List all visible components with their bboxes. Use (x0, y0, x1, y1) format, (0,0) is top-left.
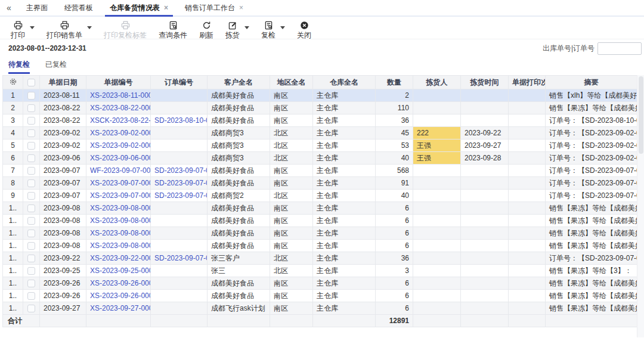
order-no-link[interactable] (151, 240, 208, 252)
order-no-link[interactable]: SD-2023-09-07-00005 (151, 252, 208, 265)
doc-no-link[interactable]: XS-2023-08-11-00013 (86, 89, 151, 102)
table-row[interactable]: 1.. 2023-09-08 XS-2023-09-08-00025 成都美好食… (3, 215, 637, 227)
table-row[interactable]: 8 2023-09-07 XS-2023-09-07-00022 SD-2023… (3, 177, 637, 190)
dropdown-caret-icon[interactable] (244, 26, 249, 29)
row-checkbox[interactable] (27, 104, 35, 112)
column-header[interactable]: 拣货时间 (461, 76, 509, 89)
view-tab-rechecked[interactable]: 已复检 (45, 60, 67, 74)
table-row[interactable]: 5 2023-09-02 XS-2023-09-02-00017 成都商贸3 北… (3, 140, 637, 152)
row-checkbox[interactable] (27, 217, 35, 225)
row-checkbox[interactable] (27, 204, 35, 212)
row-checkbox[interactable] (27, 292, 35, 300)
order-no-link[interactable] (151, 215, 208, 227)
order-no-link[interactable]: SD-2023-09-07-00017 (151, 177, 208, 190)
column-header[interactable]: 摘要 (546, 76, 637, 89)
gear-icon[interactable] (9, 78, 17, 86)
print-button[interactable]: 打印 (7, 20, 38, 41)
column-header[interactable]: 数量 (376, 76, 413, 89)
order-no-link[interactable] (151, 302, 208, 315)
column-header[interactable]: 单据编号 (86, 76, 151, 89)
doc-no-link[interactable]: XS-2023-09-25-00031 (86, 265, 151, 277)
order-no-link[interactable] (151, 227, 208, 240)
dropdown-caret-icon[interactable] (87, 26, 92, 29)
row-checkbox[interactable] (27, 92, 35, 100)
table-row[interactable]: 6 2023-09-06 XS-2023-09-06-00018 成都商贸3 北… (3, 152, 637, 165)
order-no-link[interactable] (151, 89, 208, 102)
row-checkbox[interactable] (27, 192, 35, 200)
table-row[interactable]: 4 2023-09-02 XS-2023-09-02-00016 成都商贸3 北… (3, 127, 637, 140)
order-no-link[interactable] (151, 152, 208, 165)
table-row[interactable]: 1 2023-08-11 XS-2023-08-11-00013 成都美好食品 … (3, 89, 637, 102)
print-sales-order-button[interactable]: 打印销售单 (43, 20, 95, 41)
table-row[interactable]: 1.. 2023-09-25 XS-2023-09-25-00031 张三 北区… (3, 265, 637, 277)
column-header[interactable]: 客户全名 (208, 76, 270, 89)
doc-no-link[interactable]: XS-2023-09-07-00023 (86, 190, 151, 202)
tab-close-icon[interactable] (239, 4, 243, 11)
table-row[interactable]: 1.. 2023-09-08 XS-2023-09-08-00027 成都美好食… (3, 240, 637, 252)
table-row[interactable]: 1.. 2023-09-27 XS-2023-09-27-00034 成都飞行a… (3, 302, 637, 315)
column-header[interactable]: 单据打印次数 (509, 76, 546, 89)
view-tab-pending-recheck[interactable]: 待复检 (8, 60, 30, 74)
order-no-link[interactable] (151, 140, 208, 152)
row-checkbox[interactable] (27, 142, 35, 150)
table-row[interactable]: 2 2023-08-22 XS-2023-08-22-00014 成都美好食品 … (3, 102, 637, 114)
dropdown-caret-icon[interactable] (30, 26, 35, 29)
doc-no-link[interactable]: XS-2023-09-27-00034 (86, 302, 151, 315)
dropdown-caret-icon[interactable] (280, 26, 285, 29)
row-checkbox[interactable] (27, 230, 35, 237)
order-no-link[interactable] (151, 202, 208, 215)
scrollbar-thumb[interactable] (639, 76, 643, 154)
doc-no-link[interactable]: XS-2023-09-08-00025 (86, 215, 151, 227)
table-row[interactable]: 1.. 2023-09-08 XS-2023-09-08-00024 成都美好食… (3, 202, 637, 215)
order-no-link[interactable] (151, 277, 208, 290)
tab-main-screen[interactable]: 主界面 (18, 0, 56, 16)
table-row[interactable]: 1.. 2023-09-26 XS-2023-09-26-00032 成都美好食… (3, 277, 637, 290)
tab-business-dashboard[interactable]: 经营看板 (56, 0, 101, 16)
doc-no-link[interactable]: WF-2023-09-07-00003 (86, 165, 151, 177)
doc-no-link[interactable]: XS-2023-09-02-00016 (86, 127, 151, 140)
table-row[interactable]: 1.. 2023-09-08 XS-2023-09-08-00026 成都美好食… (3, 227, 637, 240)
refresh-button[interactable]: 刷新 (196, 20, 217, 41)
doc-no-link[interactable]: XS-2023-09-08-00027 (86, 240, 151, 252)
doc-no-link[interactable]: XSCK-2023-08-22-00001 (86, 114, 151, 127)
column-header[interactable]: 订单编号 (151, 76, 208, 89)
vertical-scrollbar[interactable] (637, 75, 644, 337)
tab-close-icon[interactable] (164, 4, 168, 11)
row-checkbox[interactable] (27, 255, 35, 262)
row-checkbox[interactable] (27, 305, 35, 312)
column-header[interactable]: 地区全名 (270, 76, 313, 89)
query-conditions-button[interactable]: 查询条件 (155, 20, 191, 41)
order-no-link[interactable]: SD-2023-09-07-00009 (151, 165, 208, 177)
order-no-link[interactable] (151, 290, 208, 302)
row-checkbox[interactable] (27, 179, 35, 187)
column-header[interactable]: 拣货人 (413, 76, 461, 89)
doc-no-link[interactable]: XS-2023-08-22-00014 (86, 102, 151, 114)
row-checkbox[interactable] (27, 117, 35, 125)
search-input[interactable] (597, 42, 642, 55)
doc-no-link[interactable]: XS-2023-09-07-00022 (86, 177, 151, 190)
doc-no-link[interactable]: XS-2023-09-02-00017 (86, 140, 151, 152)
table-row[interactable]: 1.. 2023-09-22 XS-2023-09-22-00030 SD-20… (3, 252, 637, 265)
row-checkbox[interactable] (27, 267, 35, 275)
date-range-filter[interactable]: 2023-08-01--2023-12-31 (8, 44, 86, 52)
order-no-link[interactable] (151, 127, 208, 140)
doc-no-link[interactable]: XS-2023-09-22-00030 (86, 252, 151, 265)
row-checkbox[interactable] (27, 154, 35, 162)
doc-no-link[interactable]: XS-2023-09-08-00024 (86, 202, 151, 215)
table-row[interactable]: 7 2023-09-07 WF-2023-09-07-00003 SD-2023… (3, 165, 637, 177)
table-row[interactable]: 1.. 2023-09-26 XS-2023-09-26-00033 成都美好食… (3, 290, 637, 302)
row-checkbox[interactable] (27, 280, 35, 287)
column-header[interactable]: 单据日期 (40, 76, 86, 89)
tab-sales-order-workbench[interactable]: 销售订单工作台 (177, 0, 252, 16)
select-all-checkbox[interactable] (27, 79, 35, 86)
collapse-tabs-icon[interactable] (0, 0, 18, 16)
row-checkbox[interactable] (27, 167, 35, 175)
row-checkbox[interactable] (27, 242, 35, 250)
tab-warehouse-stock-report[interactable]: 仓库备货情况表 (101, 0, 177, 16)
picking-button[interactable]: 拣货 (222, 20, 253, 41)
column-header[interactable]: 仓库全名 (313, 76, 376, 89)
recheck-button[interactable]: 复检 (258, 20, 289, 41)
order-no-link[interactable]: SD-2023-09-07-00014 (151, 190, 208, 202)
row-checkbox[interactable] (27, 129, 35, 137)
order-no-link[interactable] (151, 102, 208, 114)
